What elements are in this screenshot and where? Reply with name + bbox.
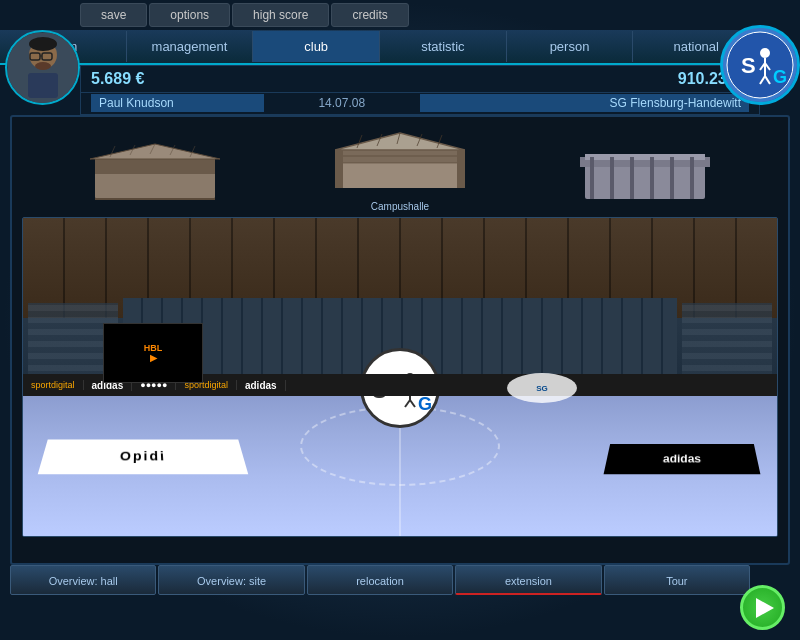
svg-point-7: [35, 62, 51, 70]
btn-overview-hall[interactable]: Overview: hall: [10, 565, 156, 595]
game-date: 14.07.08: [264, 96, 421, 110]
svg-rect-43: [610, 157, 614, 199]
svg-rect-45: [650, 157, 654, 199]
play-icon: [756, 598, 774, 618]
money-left: 5.689 €: [91, 70, 678, 88]
avatar: [5, 30, 80, 105]
nav-bar: team management club statistic person na…: [0, 30, 760, 65]
thumbnails-row: Campushalle: [12, 117, 788, 217]
main-content: Campushalle: [10, 115, 790, 565]
svg-point-9: [727, 32, 793, 98]
nav-person[interactable]: person: [507, 31, 634, 62]
club-name: SG Flensburg-Handewitt: [420, 94, 749, 112]
court-adidas-stripe-right: adidas: [604, 444, 761, 474]
sponsor-adidas-2: adidas: [237, 380, 286, 391]
btn-extension[interactable]: extension: [455, 565, 601, 595]
thumbnail-1[interactable]: [90, 139, 220, 212]
svg-text:G: G: [418, 394, 432, 414]
btn-tour[interactable]: Tour: [604, 565, 750, 595]
thumb-label-2: Campushalle: [371, 201, 429, 212]
menu-credits[interactable]: credits: [331, 3, 408, 27]
club-logo: S G: [720, 25, 800, 105]
nav-statistic[interactable]: statistic: [380, 31, 507, 62]
menu-options[interactable]: options: [149, 3, 230, 27]
nav-club[interactable]: club: [253, 31, 380, 62]
blimp: SG: [507, 373, 577, 403]
player-name: Paul Knudson: [91, 94, 264, 112]
svg-rect-19: [95, 159, 215, 174]
stadium-view: S G sportdigital adidas ●●●●● sportdigit…: [22, 217, 778, 537]
sponsor-sportdigital-1: sportdigital: [23, 380, 84, 390]
svg-rect-41: [585, 154, 705, 160]
bottom-nav: Overview: hall Overview: site relocation…: [10, 565, 750, 595]
scoreboard-text: HBL▶: [144, 343, 163, 363]
top-menu: save options high score credits: [0, 0, 800, 30]
svg-marker-29: [335, 133, 465, 150]
svg-rect-39: [585, 164, 705, 199]
court-adidas-text: Opidi: [120, 449, 167, 463]
btn-overview-site[interactable]: Overview: site: [158, 565, 304, 595]
svg-text:S: S: [741, 53, 756, 78]
svg-point-11: [760, 48, 770, 58]
svg-rect-37: [335, 150, 343, 188]
thumbnail-3[interactable]: [580, 139, 710, 212]
svg-text:G: G: [773, 67, 787, 87]
svg-rect-44: [630, 157, 634, 199]
nav-management[interactable]: management: [127, 31, 254, 62]
court-adidas-right-text: adidas: [663, 453, 702, 465]
play-button[interactable]: [740, 585, 785, 630]
svg-rect-38: [457, 150, 465, 188]
scoreboard: HBL▶: [103, 323, 203, 383]
info-row-money: 5.689 € 910.234 €: [81, 66, 759, 93]
info-bar: 5.689 € 910.234 € Paul Knudson 14.07.08 …: [80, 65, 760, 115]
menu-highscore[interactable]: high score: [232, 3, 329, 27]
blimp-text: SG: [536, 384, 548, 393]
svg-marker-20: [90, 144, 220, 159]
svg-rect-47: [690, 157, 694, 199]
svg-point-6: [29, 37, 57, 51]
btn-relocation[interactable]: relocation: [307, 565, 453, 595]
court-adidas-stripe-left: Opidi: [38, 440, 249, 475]
thumbnail-2[interactable]: Campushalle: [335, 128, 465, 212]
info-row-details: Paul Knudson 14.07.08 SG Flensburg-Hande…: [81, 93, 759, 114]
menu-save[interactable]: save: [80, 3, 147, 27]
svg-rect-42: [590, 157, 594, 199]
svg-rect-46: [670, 157, 674, 199]
svg-rect-5: [28, 73, 58, 98]
